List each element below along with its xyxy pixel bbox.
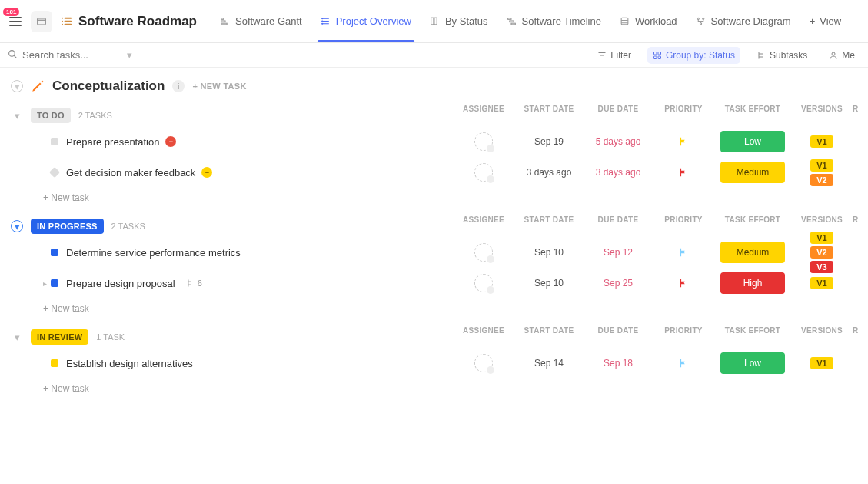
priority-flag-icon[interactable] (678, 278, 689, 289)
subtasks-button[interactable]: Subtasks (751, 47, 813, 64)
effort-chip[interactable]: High (720, 272, 785, 294)
task-title[interactable]: Establish design alternatives (66, 358, 193, 369)
toolbar-right: Filter Group by: Status Subtasks Me (592, 47, 860, 64)
assignee-empty[interactable] (474, 243, 493, 262)
effort-chip[interactable]: Low (720, 131, 785, 152)
column-headers: ASSIGNEESTART DATEDUE DATEPRIORITYTASK E… (453, 105, 868, 113)
status-pill[interactable]: IN PROGRESS (31, 219, 104, 234)
tab-software-gantt[interactable]: Software Gantt (211, 0, 311, 42)
add-view-button[interactable]: + View (800, 15, 851, 27)
new-task-row[interactable]: + New task (0, 188, 868, 208)
person-icon (829, 51, 838, 60)
col-due: DUE DATE (584, 105, 653, 113)
status-pill[interactable]: TO DO (31, 108, 71, 123)
priority-flag-icon[interactable] (678, 136, 689, 147)
svg-line-26 (14, 55, 16, 58)
group-button[interactable]: Group by: Status (647, 47, 740, 64)
version-chip[interactable]: V2 (810, 174, 833, 186)
search-icon (8, 49, 18, 62)
tab-workload[interactable]: Workload (610, 0, 687, 42)
section-title: Conceptualization (52, 78, 165, 94)
column-headers: ASSIGNEESTART DATEDUE DATEPRIORITYTASK E… (453, 326, 868, 335)
task-status-square[interactable] (51, 279, 58, 287)
new-task-row[interactable]: + New task (0, 379, 868, 399)
task-row[interactable]: Get decision maker feedback−3 days ago3 … (0, 157, 868, 188)
task-row[interactable]: Prepare presentation−Sep 195 days agoLow… (0, 126, 868, 157)
tab-project-overview[interactable]: Project Overview (311, 0, 421, 42)
me-button[interactable]: Me (823, 47, 860, 64)
assignee-empty[interactable] (474, 354, 493, 372)
task-tag-dot: − (165, 136, 176, 147)
svg-point-14 (322, 21, 323, 22)
start-date[interactable]: Sep 14 (514, 358, 584, 369)
start-date[interactable]: 3 days ago (514, 167, 584, 178)
group-collapse-toggle[interactable]: ▾ (11, 109, 23, 122)
tab-by-status[interactable]: By Status (421, 0, 497, 42)
search-input[interactable] (22, 49, 122, 61)
version-chip[interactable]: V1 (810, 232, 833, 244)
task-row[interactable]: Establish design alternativesSep 14Sep 1… (0, 348, 868, 379)
due-date[interactable]: Sep 25 (584, 278, 653, 289)
info-icon[interactable]: i (172, 80, 185, 92)
start-date[interactable]: Sep 19 (514, 136, 584, 147)
svg-point-23 (703, 18, 704, 19)
priority-flag-icon[interactable] (678, 247, 689, 258)
col-versions: VERSIONS (791, 326, 853, 335)
expand-toggle[interactable]: ▸ (43, 279, 51, 288)
priority-flag-icon[interactable] (678, 167, 689, 178)
svg-point-22 (697, 18, 699, 19)
start-date[interactable]: Sep 10 (514, 278, 584, 289)
group-collapse-toggle[interactable]: ▾ (11, 220, 23, 232)
task-row[interactable]: Determine service performance metricsSep… (0, 237, 868, 268)
effort-chip[interactable]: Medium (720, 162, 785, 183)
filter-label: Filter (610, 50, 631, 61)
col-start: START DATE (514, 105, 584, 113)
subtask-indicator[interactable]: 6 (186, 279, 202, 288)
section-collapse-toggle[interactable]: ▾ (11, 80, 23, 92)
breadcrumb-collapse[interactable] (31, 11, 52, 32)
tab-icon (507, 16, 517, 27)
due-date[interactable]: 3 days ago (584, 167, 653, 178)
task-status-square[interactable] (51, 138, 58, 145)
task-title[interactable]: Prepare design proposal (66, 278, 175, 289)
task-title[interactable]: Prepare presentation (66, 136, 159, 148)
task-row[interactable]: ▸Prepare design proposal6Sep 10Sep 25Hig… (0, 268, 868, 299)
topbar: 101 Software Roadmap Software GanttProje… (0, 0, 868, 43)
svg-point-31 (832, 52, 835, 55)
assignee-empty[interactable] (474, 274, 493, 292)
priority-flag-icon[interactable] (678, 358, 689, 369)
due-date[interactable]: Sep 12 (584, 247, 653, 258)
tab-icon (430, 16, 441, 27)
svg-rect-0 (38, 18, 46, 24)
effort-chip[interactable]: Medium (720, 242, 785, 263)
task-status-square[interactable] (49, 167, 60, 178)
group-label: Group by: Status (666, 50, 735, 61)
due-date[interactable]: 5 days ago (584, 136, 653, 147)
effort-chip[interactable]: Low (720, 352, 785, 374)
group-collapse-toggle[interactable]: ▾ (11, 331, 23, 343)
menu-button[interactable]: 101 (6, 12, 25, 31)
menu-badge: 101 (3, 8, 19, 16)
status-pill[interactable]: IN REVIEW (31, 329, 88, 345)
subtasks-icon (757, 51, 766, 60)
version-chip[interactable]: V1 (810, 277, 833, 289)
task-status-square[interactable] (51, 359, 58, 367)
task-status-square[interactable] (51, 249, 58, 256)
tab-software-timeline[interactable]: Software Timeline (497, 0, 610, 42)
task-title[interactable]: Get decision maker feedback (66, 167, 195, 179)
filter-button[interactable]: Filter (592, 47, 637, 64)
svg-rect-2 (65, 20, 72, 22)
version-chip[interactable]: V2 (810, 246, 833, 259)
version-chip[interactable]: V1 (810, 135, 833, 148)
due-date[interactable]: Sep 18 (584, 358, 653, 369)
version-chip[interactable]: V1 (810, 357, 833, 369)
assignee-empty[interactable] (474, 163, 493, 182)
new-task-row[interactable]: + New task (0, 299, 868, 319)
assignee-empty[interactable] (474, 132, 493, 151)
chevron-down-icon[interactable]: ▾ (127, 49, 132, 61)
tab-software-diagram[interactable]: Software Diagram (687, 0, 800, 42)
version-chip[interactable]: V1 (810, 159, 833, 172)
task-title[interactable]: Determine service performance metrics (66, 247, 241, 259)
start-date[interactable]: Sep 10 (514, 247, 584, 258)
section-new-task[interactable]: + NEW TASK (192, 82, 246, 91)
